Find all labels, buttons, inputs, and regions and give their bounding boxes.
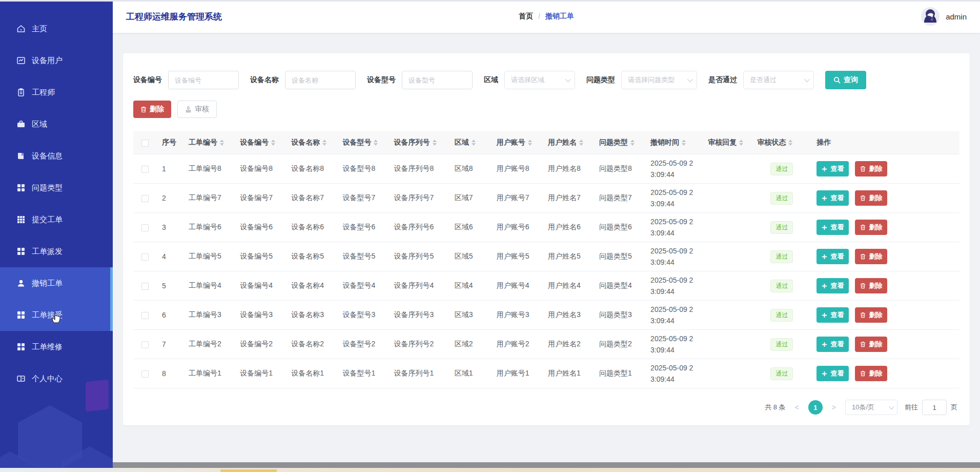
filter-label: 是否通过 bbox=[708, 75, 737, 85]
column-header[interactable]: 审核状态 bbox=[752, 131, 811, 154]
sort-icon[interactable] bbox=[374, 140, 378, 146]
page-size-select[interactable]: 10条/页 bbox=[845, 400, 897, 415]
sidebar-item-order-dispatch[interactable]: 工单派发 bbox=[0, 235, 113, 267]
cell-audit-reply bbox=[703, 242, 752, 271]
sort-icon[interactable] bbox=[472, 140, 476, 146]
column-header[interactable]: 审核回复 bbox=[703, 131, 752, 154]
sidebar-item-order-accept[interactable]: 工单接受 bbox=[0, 299, 113, 331]
device-name-input[interactable] bbox=[285, 71, 356, 89]
trash-icon bbox=[140, 106, 147, 113]
trash-icon bbox=[860, 195, 866, 201]
column-header[interactable]: 设备序列号 bbox=[389, 131, 450, 154]
row-delete-button[interactable]: 删除 bbox=[855, 220, 887, 235]
column-header[interactable]: 设备名称 bbox=[286, 131, 337, 154]
view-button[interactable]: 查看 bbox=[816, 190, 849, 206]
search-button-label: 查询 bbox=[844, 75, 858, 85]
sidebar-item-revoke-order[interactable]: 撤销工单 bbox=[0, 267, 113, 299]
horizontal-scrollbar[interactable] bbox=[113, 462, 980, 468]
sort-icon[interactable] bbox=[433, 140, 437, 146]
column-header[interactable]: 用户姓名 bbox=[543, 131, 594, 154]
pass-status-select[interactable]: 是否通过 bbox=[743, 71, 814, 89]
sort-icon[interactable] bbox=[322, 140, 326, 146]
cell-device-model: 设备型号2 bbox=[337, 330, 389, 359]
row-checkbox[interactable] bbox=[141, 224, 149, 231]
column-header[interactable]: 撤销时间 bbox=[645, 131, 703, 154]
search-button[interactable]: 查询 bbox=[825, 71, 866, 89]
sort-icon[interactable] bbox=[682, 140, 686, 146]
problem-type-select[interactable]: 请选择问题类型 bbox=[621, 71, 697, 89]
sort-icon[interactable] bbox=[630, 140, 635, 146]
sidebar-item-device-users[interactable]: 设备用户 bbox=[0, 45, 113, 76]
column-header[interactable]: 设备型号 bbox=[337, 131, 389, 154]
audit-button[interactable]: 审核 bbox=[177, 101, 217, 118]
breadcrumb-home[interactable]: 首页 bbox=[519, 12, 533, 21]
row-checkbox[interactable] bbox=[141, 166, 149, 173]
sidebar-item-order-repair[interactable]: 工单维修 bbox=[0, 331, 113, 363]
cell-operations: 查看 删除 bbox=[811, 330, 959, 359]
view-button[interactable]: 查看 bbox=[816, 278, 849, 293]
row-delete-button[interactable]: 删除 bbox=[855, 161, 887, 176]
column-header[interactable]: 区域 bbox=[450, 131, 492, 154]
device-model-input[interactable] bbox=[402, 71, 473, 89]
cell-order-no: 工单编号2 bbox=[183, 330, 235, 359]
pagination-prev-button[interactable]: < bbox=[793, 403, 801, 411]
row-checkbox[interactable] bbox=[141, 370, 149, 378]
row-checkbox[interactable] bbox=[141, 195, 149, 202]
view-button[interactable]: 查看 bbox=[816, 337, 849, 352]
sort-icon[interactable] bbox=[579, 140, 583, 146]
pagination-next-button[interactable]: > bbox=[830, 403, 838, 411]
view-button[interactable]: 查看 bbox=[816, 249, 849, 264]
sort-icon[interactable] bbox=[739, 140, 743, 146]
row-checkbox[interactable] bbox=[141, 283, 149, 290]
jump-page-input[interactable] bbox=[922, 400, 947, 415]
device-no-input[interactable] bbox=[168, 71, 239, 89]
sidebar-item-problem-types[interactable]: 问题类型 bbox=[0, 172, 113, 204]
column-header[interactable]: 工单编号 bbox=[183, 131, 235, 154]
view-button[interactable]: 查看 bbox=[816, 220, 849, 235]
region-select[interactable]: 请选择区域 bbox=[504, 71, 575, 89]
sidebar-item-submit-order[interactable]: 提交工单 bbox=[0, 204, 113, 235]
sidebar-item-label: 撤销工单 bbox=[32, 279, 63, 288]
row-delete-button[interactable]: 删除 bbox=[855, 337, 887, 352]
row-delete-button[interactable]: 删除 bbox=[855, 278, 887, 293]
sort-icon[interactable] bbox=[528, 140, 532, 146]
row-delete-button[interactable]: 删除 bbox=[855, 190, 887, 206]
sidebar-item-engineers[interactable]: 工程师 bbox=[0, 76, 113, 108]
cell-audit-status: 通过 bbox=[752, 271, 811, 301]
row-checkbox[interactable] bbox=[141, 341, 149, 348]
row-checkbox[interactable] bbox=[141, 312, 149, 319]
sort-icon[interactable] bbox=[220, 140, 224, 146]
select-placeholder: 是否通过 bbox=[750, 75, 777, 85]
sort-icon[interactable] bbox=[271, 140, 275, 146]
select-all-checkbox[interactable] bbox=[141, 140, 149, 147]
cell-problem-type: 问题类型8 bbox=[594, 154, 645, 184]
row-delete-button[interactable]: 删除 bbox=[855, 249, 887, 264]
column-header[interactable]: 设备编号 bbox=[235, 131, 286, 154]
view-button[interactable]: 查看 bbox=[816, 307, 849, 323]
sidebar-item-device-info[interactable]: 设备信息 bbox=[0, 140, 113, 172]
column-header[interactable]: 问题类型 bbox=[594, 131, 645, 154]
sidebar-item-personal-center[interactable]: 个人中心 bbox=[0, 363, 113, 395]
sidebar-item-label: 个人中心 bbox=[32, 374, 63, 384]
status-badge: 通过 bbox=[770, 163, 793, 175]
table-row: 7 工单编号2 设备编号2 设备名称2 设备型号2 设备序列号2 区域2 用户账… bbox=[133, 330, 959, 359]
sidebar-item-home[interactable]: 主页 bbox=[0, 13, 113, 45]
column-header[interactable]: 用户账号 bbox=[492, 131, 543, 154]
row-delete-button[interactable]: 删除 bbox=[855, 366, 887, 381]
delete-button[interactable]: 删除 bbox=[133, 101, 171, 118]
view-button[interactable]: 查看 bbox=[816, 366, 849, 381]
filter-device-name: 设备名称 bbox=[250, 71, 356, 89]
sort-icon[interactable] bbox=[788, 140, 792, 146]
row-delete-button[interactable]: 删除 bbox=[855, 307, 887, 323]
username: admin bbox=[946, 12, 967, 21]
trash-icon bbox=[860, 283, 866, 289]
row-checkbox-cell bbox=[133, 359, 157, 388]
row-checkbox[interactable] bbox=[141, 253, 149, 261]
cell-revoke-time: 2025-05-09 23:09:44 bbox=[645, 154, 703, 184]
view-button[interactable]: 查看 bbox=[816, 161, 849, 176]
cell-index: 1 bbox=[157, 154, 183, 184]
pagination-page-1[interactable]: 1 bbox=[808, 400, 823, 415]
avatar[interactable] bbox=[921, 7, 940, 26]
user-box[interactable]: admin bbox=[921, 7, 967, 26]
sidebar-item-regions[interactable]: 区域 bbox=[0, 108, 113, 140]
